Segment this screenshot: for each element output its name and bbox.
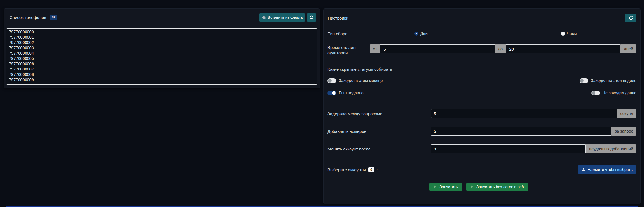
run-buttons-row: Запустить Запустить без логов в веб xyxy=(327,183,630,191)
accounts-count-badge: 0 xyxy=(368,167,374,172)
phone-list-header: Список телефонов: 32 Вставить из файла xyxy=(10,13,316,22)
bottom-edge-strip xyxy=(6,206,638,207)
accounts-colon: : xyxy=(377,167,378,172)
online-time-to-input[interactable] xyxy=(506,44,620,53)
delay-label: Задержка между запросами xyxy=(327,111,431,116)
toggle-not-visited-long-control[interactable] xyxy=(591,91,600,95)
refresh-settings-button[interactable] xyxy=(625,14,636,22)
play-icon xyxy=(471,185,474,189)
radio-days-control[interactable] xyxy=(414,32,418,36)
select-accounts-label: Нажмите чтобы выбрать xyxy=(588,167,633,172)
toggle-not-visited-long-label: Не заходил давно xyxy=(603,91,636,95)
paste-from-file-label: Вставить из файла xyxy=(268,15,303,20)
delay-row: Задержка между запросами секунд xyxy=(327,109,636,118)
online-time-from-input[interactable] xyxy=(380,44,495,53)
radio-days[interactable]: Дни xyxy=(414,31,428,36)
change-account-row: Менять аккаунт после неудачных добавлени… xyxy=(327,144,636,153)
add-numbers-label: Добавлять номеров xyxy=(327,129,431,134)
collection-type-row: Тип сбора Дни Часы xyxy=(327,30,636,37)
phone-list-textarea[interactable] xyxy=(6,28,317,85)
change-account-input[interactable] xyxy=(431,144,586,153)
settings-header: Настройки xyxy=(327,14,636,22)
online-time-unit-addon: дней xyxy=(620,44,636,53)
radio-hours-label: Часы xyxy=(567,31,577,36)
toggle-visited-this-month-label: Заходил в этом месяце xyxy=(339,78,383,83)
person-icon xyxy=(581,168,585,171)
toggle-was-recently-label: Был недавно xyxy=(339,91,363,95)
toggle-visited-this-week-control[interactable] xyxy=(580,78,588,83)
phone-count-badge: 32 xyxy=(50,15,57,20)
radio-hours[interactable]: Часы xyxy=(561,31,577,36)
phone-list-panel: Список телефонов: 32 Вставить из файла xyxy=(4,8,320,88)
add-numbers-row: Добавлять номеров за запрос xyxy=(327,127,636,136)
run-button-label: Запустить xyxy=(439,185,458,189)
refresh-phones-button[interactable] xyxy=(307,13,316,22)
paste-from-file-button[interactable]: Вставить из файла xyxy=(259,13,305,22)
toggle-was-recently[interactable]: Был недавно xyxy=(327,91,363,95)
play-icon xyxy=(434,185,437,189)
toggle-visited-this-week-label: Заходил на этой неделе xyxy=(591,78,636,83)
paste-from-file-icon xyxy=(262,15,266,20)
add-numbers-input[interactable] xyxy=(431,127,611,136)
change-account-label: Менять аккаунт после xyxy=(327,147,431,151)
collection-type-label: Тип сбора xyxy=(328,31,347,36)
settings-title: Настройки xyxy=(328,16,348,20)
run-no-logs-button-label: Запустить без логов в веб xyxy=(476,185,524,189)
run-no-logs-button[interactable]: Запустить без логов в веб xyxy=(466,183,528,191)
refresh-icon xyxy=(309,15,314,20)
toggle-visited-this-month-control[interactable] xyxy=(327,78,336,83)
toggle-visited-this-week[interactable]: Заходил на этой неделе xyxy=(580,78,636,83)
toggle-visited-this-month[interactable]: Заходил в этом месяце xyxy=(327,78,383,83)
accounts-row: Выберите аккаунты 0 : Нажмите чтобы выбр… xyxy=(327,165,636,174)
online-time-row: Время онлайн аудитории от до дней xyxy=(327,44,636,55)
delay-input[interactable] xyxy=(431,109,617,118)
toggle-was-recently-control[interactable] xyxy=(327,91,336,95)
radio-hours-control[interactable] xyxy=(561,32,565,36)
accounts-label: Выберите аккаунты xyxy=(327,167,366,172)
online-time-to-addon: до xyxy=(495,44,506,53)
toggle-row-2: Был недавно Не заходил давно xyxy=(327,90,636,95)
add-numbers-unit-addon: за запрос xyxy=(611,127,636,136)
select-accounts-button[interactable]: Нажмите чтобы выбрать xyxy=(578,165,636,174)
radio-days-label: Дни xyxy=(420,31,428,36)
toggle-row-1: Заходил в этом месяце Заходил на этой не… xyxy=(327,78,636,83)
refresh-icon xyxy=(629,16,633,20)
online-time-label: Время онлайн аудитории xyxy=(327,44,370,55)
hidden-statuses-label: Какие скрытые статусы собирать xyxy=(327,67,636,72)
phone-list-title: Список телефонов: xyxy=(10,15,47,20)
toggle-not-visited-long[interactable]: Не заходил давно xyxy=(591,91,636,95)
online-time-from-addon: от xyxy=(370,44,380,53)
delay-unit-addon: секунд xyxy=(617,109,636,118)
run-button[interactable]: Запустить xyxy=(429,183,462,191)
change-account-unit-addon: неудачных добавлений xyxy=(586,144,636,153)
settings-panel: Настройки Тип сбора Дни Часы Время онлай… xyxy=(323,8,641,204)
